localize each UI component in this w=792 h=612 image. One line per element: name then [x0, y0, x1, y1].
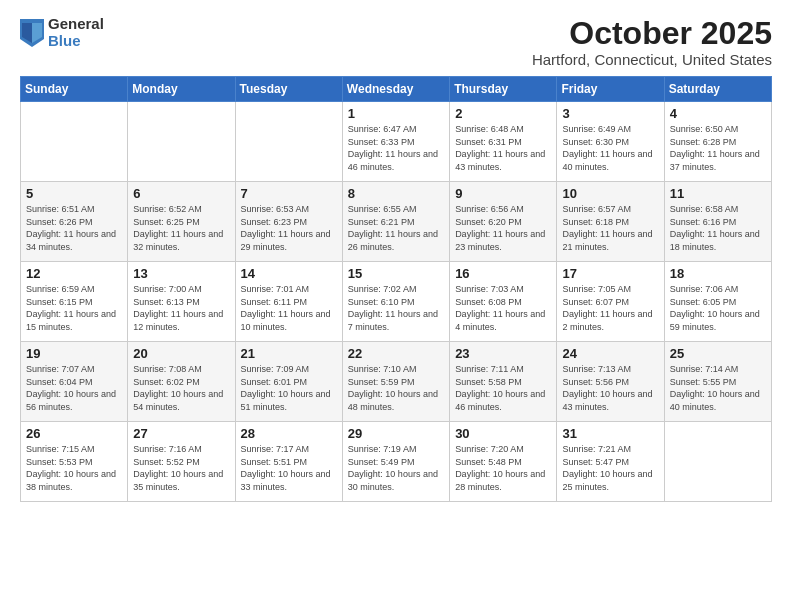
table-row: 31Sunrise: 7:21 AM Sunset: 5:47 PM Dayli…: [557, 422, 664, 502]
day-number: 21: [241, 346, 337, 361]
day-number: 14: [241, 266, 337, 281]
day-number: 7: [241, 186, 337, 201]
table-row: 22Sunrise: 7:10 AM Sunset: 5:59 PM Dayli…: [342, 342, 449, 422]
table-row: 4Sunrise: 6:50 AM Sunset: 6:28 PM Daylig…: [664, 102, 771, 182]
day-number: 26: [26, 426, 122, 441]
day-number: 22: [348, 346, 444, 361]
table-row: 30Sunrise: 7:20 AM Sunset: 5:48 PM Dayli…: [450, 422, 557, 502]
day-number: 11: [670, 186, 766, 201]
table-row: 24Sunrise: 7:13 AM Sunset: 5:56 PM Dayli…: [557, 342, 664, 422]
table-row: 11Sunrise: 6:58 AM Sunset: 6:16 PM Dayli…: [664, 182, 771, 262]
table-row: 1Sunrise: 6:47 AM Sunset: 6:33 PM Daylig…: [342, 102, 449, 182]
day-info: Sunrise: 6:58 AM Sunset: 6:16 PM Dayligh…: [670, 203, 766, 253]
day-info: Sunrise: 6:50 AM Sunset: 6:28 PM Dayligh…: [670, 123, 766, 173]
day-info: Sunrise: 7:10 AM Sunset: 5:59 PM Dayligh…: [348, 363, 444, 413]
day-number: 24: [562, 346, 658, 361]
day-number: 3: [562, 106, 658, 121]
day-number: 27: [133, 426, 229, 441]
day-info: Sunrise: 6:56 AM Sunset: 6:20 PM Dayligh…: [455, 203, 551, 253]
col-friday: Friday: [557, 77, 664, 102]
day-number: 16: [455, 266, 551, 281]
day-number: 15: [348, 266, 444, 281]
day-info: Sunrise: 7:05 AM Sunset: 6:07 PM Dayligh…: [562, 283, 658, 333]
day-info: Sunrise: 7:06 AM Sunset: 6:05 PM Dayligh…: [670, 283, 766, 333]
col-tuesday: Tuesday: [235, 77, 342, 102]
day-number: 31: [562, 426, 658, 441]
col-sunday: Sunday: [21, 77, 128, 102]
calendar-header-row: Sunday Monday Tuesday Wednesday Thursday…: [21, 77, 772, 102]
day-number: 10: [562, 186, 658, 201]
logo: General Blue: [20, 16, 104, 49]
day-info: Sunrise: 7:19 AM Sunset: 5:49 PM Dayligh…: [348, 443, 444, 493]
day-number: 9: [455, 186, 551, 201]
day-number: 23: [455, 346, 551, 361]
logo-icon: [20, 19, 44, 47]
table-row: 18Sunrise: 7:06 AM Sunset: 6:05 PM Dayli…: [664, 262, 771, 342]
day-info: Sunrise: 6:59 AM Sunset: 6:15 PM Dayligh…: [26, 283, 122, 333]
table-row: 21Sunrise: 7:09 AM Sunset: 6:01 PM Dayli…: [235, 342, 342, 422]
calendar-row: 1Sunrise: 6:47 AM Sunset: 6:33 PM Daylig…: [21, 102, 772, 182]
day-number: 25: [670, 346, 766, 361]
calendar-row: 26Sunrise: 7:15 AM Sunset: 5:53 PM Dayli…: [21, 422, 772, 502]
table-row: 9Sunrise: 6:56 AM Sunset: 6:20 PM Daylig…: [450, 182, 557, 262]
calendar: Sunday Monday Tuesday Wednesday Thursday…: [20, 76, 772, 502]
table-row: 23Sunrise: 7:11 AM Sunset: 5:58 PM Dayli…: [450, 342, 557, 422]
day-number: 6: [133, 186, 229, 201]
calendar-row: 5Sunrise: 6:51 AM Sunset: 6:26 PM Daylig…: [21, 182, 772, 262]
day-number: 20: [133, 346, 229, 361]
table-row: [664, 422, 771, 502]
col-saturday: Saturday: [664, 77, 771, 102]
day-info: Sunrise: 6:57 AM Sunset: 6:18 PM Dayligh…: [562, 203, 658, 253]
table-row: [128, 102, 235, 182]
day-info: Sunrise: 7:01 AM Sunset: 6:11 PM Dayligh…: [241, 283, 337, 333]
day-info: Sunrise: 7:20 AM Sunset: 5:48 PM Dayligh…: [455, 443, 551, 493]
table-row: 16Sunrise: 7:03 AM Sunset: 6:08 PM Dayli…: [450, 262, 557, 342]
day-info: Sunrise: 7:14 AM Sunset: 5:55 PM Dayligh…: [670, 363, 766, 413]
day-info: Sunrise: 7:07 AM Sunset: 6:04 PM Dayligh…: [26, 363, 122, 413]
table-row: 8Sunrise: 6:55 AM Sunset: 6:21 PM Daylig…: [342, 182, 449, 262]
day-info: Sunrise: 6:51 AM Sunset: 6:26 PM Dayligh…: [26, 203, 122, 253]
day-number: 12: [26, 266, 122, 281]
col-monday: Monday: [128, 77, 235, 102]
table-row: 2Sunrise: 6:48 AM Sunset: 6:31 PM Daylig…: [450, 102, 557, 182]
day-info: Sunrise: 7:16 AM Sunset: 5:52 PM Dayligh…: [133, 443, 229, 493]
day-info: Sunrise: 7:21 AM Sunset: 5:47 PM Dayligh…: [562, 443, 658, 493]
day-number: 28: [241, 426, 337, 441]
col-wednesday: Wednesday: [342, 77, 449, 102]
day-info: Sunrise: 7:11 AM Sunset: 5:58 PM Dayligh…: [455, 363, 551, 413]
calendar-row: 19Sunrise: 7:07 AM Sunset: 6:04 PM Dayli…: [21, 342, 772, 422]
day-number: 18: [670, 266, 766, 281]
logo-text: General Blue: [48, 16, 104, 49]
table-row: 19Sunrise: 7:07 AM Sunset: 6:04 PM Dayli…: [21, 342, 128, 422]
table-row: 25Sunrise: 7:14 AM Sunset: 5:55 PM Dayli…: [664, 342, 771, 422]
day-number: 1: [348, 106, 444, 121]
logo-general: General: [48, 16, 104, 33]
month-title: October 2025: [532, 16, 772, 51]
day-info: Sunrise: 6:47 AM Sunset: 6:33 PM Dayligh…: [348, 123, 444, 173]
table-row: 29Sunrise: 7:19 AM Sunset: 5:49 PM Dayli…: [342, 422, 449, 502]
day-number: 4: [670, 106, 766, 121]
day-number: 8: [348, 186, 444, 201]
day-info: Sunrise: 6:49 AM Sunset: 6:30 PM Dayligh…: [562, 123, 658, 173]
day-info: Sunrise: 7:15 AM Sunset: 5:53 PM Dayligh…: [26, 443, 122, 493]
table-row: 13Sunrise: 7:00 AM Sunset: 6:13 PM Dayli…: [128, 262, 235, 342]
day-info: Sunrise: 7:09 AM Sunset: 6:01 PM Dayligh…: [241, 363, 337, 413]
day-info: Sunrise: 6:48 AM Sunset: 6:31 PM Dayligh…: [455, 123, 551, 173]
day-number: 29: [348, 426, 444, 441]
table-row: 7Sunrise: 6:53 AM Sunset: 6:23 PM Daylig…: [235, 182, 342, 262]
day-number: 19: [26, 346, 122, 361]
table-row: 17Sunrise: 7:05 AM Sunset: 6:07 PM Dayli…: [557, 262, 664, 342]
day-info: Sunrise: 7:03 AM Sunset: 6:08 PM Dayligh…: [455, 283, 551, 333]
day-number: 13: [133, 266, 229, 281]
header: General Blue October 2025 Hartford, Conn…: [20, 16, 772, 68]
table-row: 28Sunrise: 7:17 AM Sunset: 5:51 PM Dayli…: [235, 422, 342, 502]
day-info: Sunrise: 6:53 AM Sunset: 6:23 PM Dayligh…: [241, 203, 337, 253]
logo-blue: Blue: [48, 33, 104, 50]
table-row: 15Sunrise: 7:02 AM Sunset: 6:10 PM Dayli…: [342, 262, 449, 342]
table-row: [21, 102, 128, 182]
table-row: [235, 102, 342, 182]
day-info: Sunrise: 6:55 AM Sunset: 6:21 PM Dayligh…: [348, 203, 444, 253]
table-row: 5Sunrise: 6:51 AM Sunset: 6:26 PM Daylig…: [21, 182, 128, 262]
table-row: 20Sunrise: 7:08 AM Sunset: 6:02 PM Dayli…: [128, 342, 235, 422]
day-info: Sunrise: 7:13 AM Sunset: 5:56 PM Dayligh…: [562, 363, 658, 413]
